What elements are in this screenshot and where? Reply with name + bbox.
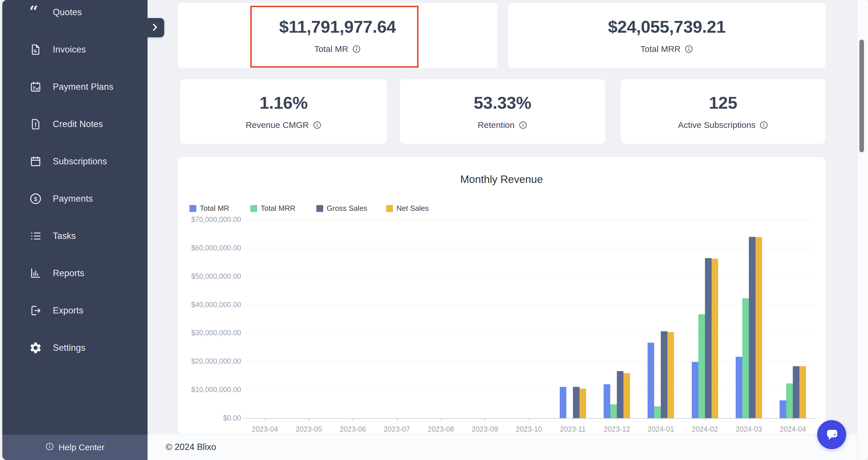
x-axis-tick: [353, 418, 353, 421]
chart-title: Monthly Revenue: [177, 173, 826, 186]
tasks-icon: [29, 229, 42, 243]
x-axis-tick: [441, 418, 441, 421]
monthly-revenue-chart-card: Monthly Revenue Total MRTotal MRRGross S…: [177, 157, 826, 434]
legend-item-gross-sales[interactable]: Gross Sales: [316, 204, 367, 213]
x-axis-tick: [617, 418, 617, 421]
bar-total-mr-2024-03: [736, 357, 742, 419]
legend-swatch: [316, 205, 323, 212]
bar-net-sales-2024-02: [712, 259, 718, 418]
bar-total-mr-2023-12: [603, 384, 610, 418]
stat-label: Revenue CMGR: [246, 120, 309, 130]
legend-item-total-mr[interactable]: Total MR: [189, 204, 229, 213]
bar-total-mrr-2024-04: [786, 384, 793, 418]
sidebar-nav: “QuotesInvoicesPayment PlansCredit Notes…: [2, 0, 148, 366]
legend-label: Total MRR: [260, 204, 296, 213]
legend-label: Net Sales: [396, 204, 429, 213]
sidebar-item-label: Tasks: [53, 231, 76, 241]
y-axis-tick-label: $60,000,000.00: [177, 244, 241, 252]
x-axis-tick: [397, 418, 398, 421]
bar-total-mr-2024-04: [780, 400, 786, 418]
chevron-right-icon: [149, 22, 160, 34]
page-scrollbar[interactable]: [857, 0, 868, 460]
sidebar-item-exports[interactable]: Exports: [2, 292, 148, 329]
sidebar-item-quotes[interactable]: “Quotes: [2, 0, 148, 31]
chat-widget-button[interactable]: [817, 420, 846, 449]
stat-value: $24,055,739.21: [608, 17, 725, 37]
legend-label: Gross Sales: [327, 204, 367, 213]
x-axis-tick: [749, 418, 749, 421]
y-axis-tick-label: $70,000,000.00: [177, 216, 241, 224]
reports-icon: [29, 266, 42, 280]
chat-bubble-icon: [824, 426, 840, 443]
sidebar-item-label: Subscriptions: [53, 156, 107, 167]
legend-swatch: [386, 205, 393, 212]
x-axis-tick: [661, 418, 661, 421]
bar-total-mrr-2024-02: [699, 314, 705, 418]
sidebar-item-payments[interactable]: $Payments: [2, 180, 148, 218]
sidebar-item-tasks[interactable]: Tasks: [2, 218, 148, 255]
stat-card-revenue-cmgr: 1.16%Revenue CMGR: [180, 78, 388, 144]
svg-text:$: $: [34, 196, 37, 202]
scrollbar-thumb[interactable]: [859, 40, 864, 152]
bar-gross-sales-2024-03: [749, 237, 755, 418]
bar-total-mrr-2024-01: [654, 406, 661, 419]
stat-card-retention: 53.33%Retention: [399, 78, 606, 144]
bar-net-sales-2024-01: [668, 332, 674, 419]
y-axis-tick-label: $50,000,000.00: [177, 272, 241, 281]
gridline: [243, 333, 815, 333]
gridline: [243, 305, 815, 305]
sidebar-item-label: Exports: [53, 305, 84, 316]
gridline: [243, 390, 815, 390]
info-icon[interactable]: [760, 121, 768, 129]
x-axis-tick-label: 2023-10: [505, 425, 553, 433]
stat-value: 53.33%: [474, 93, 531, 113]
bar-gross-sales-2024-02: [705, 258, 712, 418]
legend-item-net-sales[interactable]: Net Sales: [386, 204, 429, 213]
stat-label: Total MRR: [640, 44, 681, 54]
help-center-button[interactable]: Help Center: [2, 435, 148, 460]
legend-swatch: [250, 205, 257, 212]
legend-item-total-mrr[interactable]: Total MRR: [250, 204, 296, 213]
stat-label: Active Subscriptions: [678, 120, 755, 130]
x-axis-tick: [265, 418, 266, 421]
bar-net-sales-2023-12: [623, 373, 630, 418]
info-icon[interactable]: [313, 121, 321, 129]
gridline: [243, 220, 815, 220]
svg-text:“: “: [29, 5, 38, 19]
gridline: [243, 361, 815, 362]
sidebar-item-subscriptions[interactable]: Subscriptions: [2, 143, 148, 180]
gridline: [243, 248, 815, 249]
blixo-dashboard: { "app": { "name": "Blixo" }, "colors": …: [0, 0, 868, 460]
y-axis-tick-label: $40,000,000.00: [177, 300, 241, 309]
x-axis-tick-label: 2023-07: [373, 425, 422, 433]
chart-legend: Total MRTotal MRRGross SalesNet Sales: [177, 204, 826, 213]
y-axis-tick-label: $10,000,000.00: [177, 386, 241, 394]
sidebar-item-settings[interactable]: Settings: [2, 329, 148, 366]
x-axis-tick: [705, 418, 706, 421]
sidebar-item-invoices[interactable]: Invoices: [2, 31, 148, 68]
stat-value: 125: [709, 93, 737, 113]
y-axis-tick-label: $30,000,000.00: [177, 329, 241, 337]
sidebar-item-credit-notes[interactable]: Credit Notes: [2, 105, 148, 143]
sidebar-item-label: Credit Notes: [53, 119, 103, 129]
info-icon: [45, 442, 54, 453]
x-axis-tick-label: 2023-11: [549, 425, 597, 433]
sidebar-expand-button[interactable]: [145, 18, 164, 37]
x-axis-tick-label: 2024-03: [724, 425, 773, 433]
x-axis-tick-label: 2023-08: [416, 425, 465, 433]
bar-total-mr-2024-01: [648, 343, 654, 418]
subscriptions-icon: [29, 155, 42, 168]
sidebar-item-reports[interactable]: Reports: [2, 255, 148, 292]
x-axis-tick-label: 2024-02: [681, 425, 730, 433]
sidebar-item-label: Payments: [53, 194, 93, 204]
x-axis-tick: [485, 418, 485, 421]
stat-label: Retention: [477, 120, 515, 130]
payment-plans-icon: [29, 80, 42, 94]
info-icon[interactable]: [352, 45, 361, 53]
sidebar-item-payment-plans[interactable]: Payment Plans: [2, 68, 148, 105]
info-icon[interactable]: [685, 45, 693, 53]
bar-net-sales-2024-03: [755, 237, 762, 418]
info-icon[interactable]: [519, 121, 527, 129]
bar-gross-sales-2024-01: [661, 331, 668, 419]
x-axis-tick-label: 2024-04: [768, 425, 817, 433]
